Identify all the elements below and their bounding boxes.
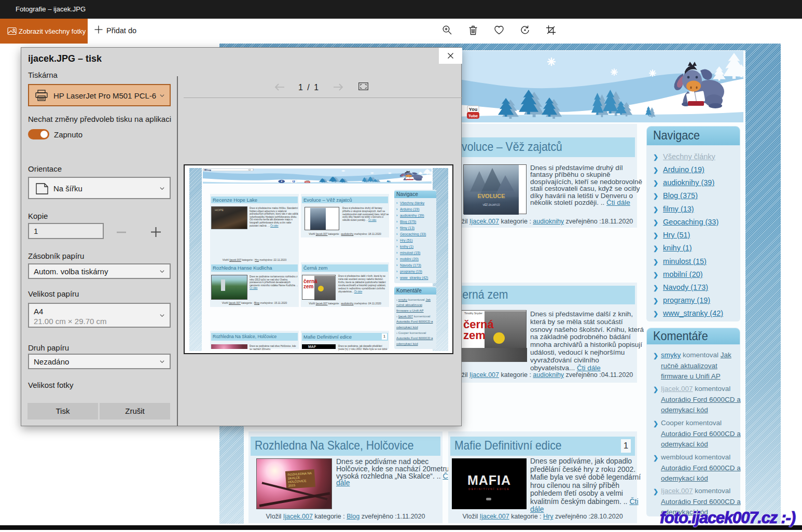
svg-text:Tube: Tube — [468, 114, 478, 118]
svg-text:You: You — [469, 107, 477, 112]
